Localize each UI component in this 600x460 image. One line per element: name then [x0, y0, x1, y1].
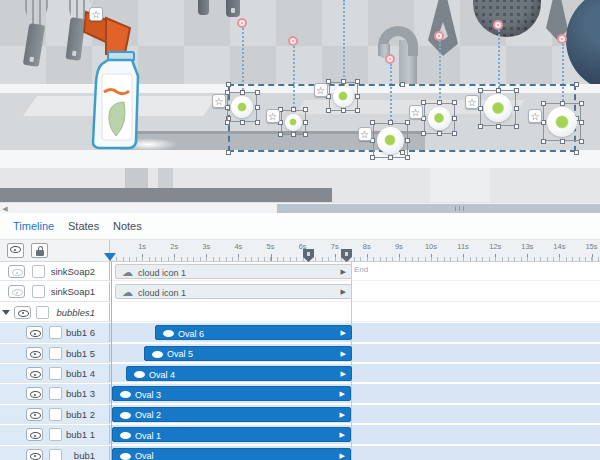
selection-handle[interactable] [370, 120, 375, 125]
layer-name-cell[interactable]: bub1 5 [0, 344, 110, 363]
layer-track-cell[interactable]: Oval▶ [110, 446, 600, 460]
bubble-object[interactable] [484, 94, 512, 122]
selection-handle[interactable] [560, 139, 565, 144]
motion-anchor-icon[interactable] [385, 54, 395, 64]
star-badge-icon[interactable]: ☆ [89, 7, 103, 21]
selection-handle[interactable] [514, 88, 519, 93]
selection-handle[interactable] [421, 131, 426, 136]
selection-handle[interactable] [255, 90, 260, 95]
selection-handle[interactable] [341, 108, 346, 113]
whisk-icon[interactable] [18, 0, 54, 27]
visibility-eye-toggle[interactable] [26, 347, 43, 360]
pot-icon[interactable] [566, 0, 600, 92]
bubble-object[interactable] [547, 107, 577, 137]
layer-row[interactable]: bub1 5Oval 5▶ [0, 344, 600, 363]
star-badge-icon[interactable]: ☆ [212, 94, 226, 108]
lock-checkbox[interactable] [49, 326, 62, 339]
selection-handle[interactable] [388, 155, 393, 160]
selection-handle[interactable] [341, 79, 346, 84]
selection-handle[interactable] [560, 101, 565, 106]
selection-handle[interactable] [370, 155, 375, 160]
bubble-object[interactable] [428, 107, 451, 130]
bar-expand-arrow-icon[interactable]: ▶ [340, 390, 345, 398]
layer-row[interactable]: bub1 2Oval 2▶ [0, 405, 600, 424]
motion-anchor-icon[interactable] [434, 31, 444, 41]
selection-handle[interactable] [579, 139, 584, 144]
layer-row[interactable]: sinkSoap2☁cloud icon 1▶ [0, 262, 600, 281]
selection-handle[interactable] [255, 120, 260, 125]
visibility-eye-toggle[interactable] [26, 387, 43, 400]
marquee-handle[interactable] [574, 150, 579, 155]
lock-icon[interactable] [31, 243, 48, 258]
animation-bar-oval[interactable]: Oval▶ [112, 448, 351, 460]
selection-handle[interactable] [225, 120, 230, 125]
layer-track-cell[interactable]: Oval 3▶ [110, 384, 600, 403]
layer-track-cell[interactable]: Oval 1▶ [110, 425, 600, 444]
selection-handle[interactable] [303, 132, 308, 137]
visibility-eye-toggle[interactable] [8, 265, 25, 278]
star-badge-icon[interactable]: ☆ [266, 109, 280, 123]
selection-handle[interactable] [452, 116, 457, 121]
expand-arrow-icon[interactable] [2, 310, 10, 315]
layer-row[interactable]: bub1 6Oval 6▶ [0, 323, 600, 342]
selection-handle[interactable] [255, 105, 260, 110]
selection-handle[interactable] [278, 132, 283, 137]
selection-handle[interactable] [291, 107, 296, 112]
selection-handle[interactable] [355, 94, 360, 99]
selection-handle[interactable] [405, 138, 410, 143]
layer-track-cell[interactable]: ☁cloud icon 1▶ [110, 282, 600, 301]
layer-row[interactable]: bub1 4Oval 4▶ [0, 364, 600, 383]
layer-name-cell[interactable]: bub1 [0, 446, 110, 460]
layer-track-cell[interactable]: Oval 6▶ [110, 323, 600, 342]
selection-handle[interactable] [421, 100, 426, 105]
utensil-handle[interactable] [226, 0, 240, 17]
bar-expand-arrow-icon[interactable]: ▶ [341, 350, 346, 358]
animation-bar-oval[interactable]: Oval 2▶ [112, 407, 351, 422]
bar-expand-arrow-icon[interactable]: ▶ [340, 411, 345, 419]
visibility-eye-icon[interactable] [7, 243, 24, 258]
visibility-eye-toggle[interactable] [14, 306, 31, 319]
marquee-handle[interactable] [400, 82, 405, 87]
selection-handle[interactable] [405, 155, 410, 160]
canvas-horizontal-scrollbar[interactable]: ◀ [0, 202, 600, 213]
visibility-eye-toggle[interactable] [26, 408, 43, 421]
soap-bottle[interactable] [72, 6, 172, 154]
animation-bar-oval[interactable]: Oval 4▶ [126, 366, 352, 381]
tab-states[interactable]: States [68, 220, 99, 232]
lock-checkbox[interactable] [49, 347, 62, 360]
selection-handle[interactable] [355, 79, 360, 84]
animation-bar-cloud[interactable]: ☁cloud icon 1▶ [115, 284, 352, 299]
star-badge-icon[interactable]: ☆ [465, 95, 479, 109]
layer-name-cell[interactable]: bub1 4 [0, 364, 110, 383]
lock-checkbox[interactable] [36, 306, 49, 319]
selection-handle[interactable] [291, 132, 296, 137]
star-badge-icon[interactable]: ☆ [409, 105, 423, 119]
layer-name-cell[interactable]: sinkSoap2 [0, 262, 110, 281]
bubble-object[interactable] [285, 114, 302, 131]
selection-handle[interactable] [405, 120, 410, 125]
bar-expand-arrow-icon[interactable]: ▶ [340, 431, 345, 439]
motion-anchor-icon[interactable] [288, 36, 298, 46]
tab-notes[interactable]: Notes [113, 220, 142, 232]
layer-name-cell[interactable]: bubbles1 [0, 303, 110, 322]
animation-bar-oval[interactable]: Oval 5▶ [144, 346, 352, 361]
motion-anchor-icon[interactable] [493, 20, 503, 30]
time-ruler[interactable]: 1s2s3s4s5s6s7s8s9s10s11s12s13s14s15s [110, 240, 600, 262]
selection-handle[interactable] [326, 108, 331, 113]
selection-handle[interactable] [240, 90, 245, 95]
layer-name-cell[interactable]: bub1 2 [0, 405, 110, 424]
selection-handle[interactable] [388, 120, 393, 125]
bar-expand-arrow-icon[interactable]: ▶ [341, 288, 346, 296]
lock-checkbox[interactable] [49, 449, 62, 460]
layer-row[interactable]: bub1 1Oval 1▶ [0, 425, 600, 444]
selection-handle[interactable] [496, 88, 501, 93]
layer-track-cell[interactable] [110, 303, 600, 322]
selection-handle[interactable] [240, 120, 245, 125]
selection-handle[interactable] [437, 131, 442, 136]
lock-checkbox[interactable] [49, 408, 62, 421]
bar-expand-arrow-icon[interactable]: ▶ [341, 329, 346, 337]
lock-checkbox[interactable] [32, 265, 45, 278]
layer-name-cell[interactable]: bub1 3 [0, 384, 110, 403]
star-badge-icon[interactable]: ☆ [314, 83, 328, 97]
layer-row[interactable]: bub1 3Oval 3▶ [0, 384, 600, 403]
